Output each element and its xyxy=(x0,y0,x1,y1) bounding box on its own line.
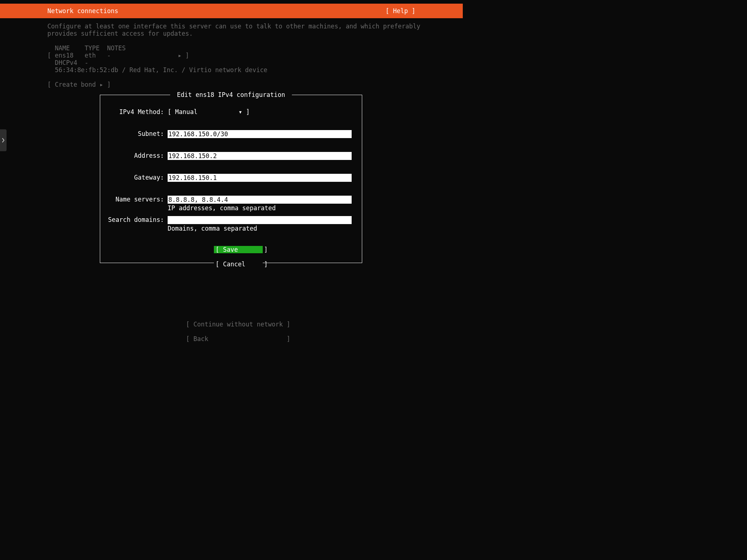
gateway-input[interactable] xyxy=(168,174,352,182)
footer-buttons: [ Continue without network ] [ Back ] xyxy=(0,313,463,342)
address-label: Address: xyxy=(107,152,168,159)
intro-text: Configure at least one interface this se… xyxy=(47,23,419,37)
interface-dhcp-status: DHCPv4 - xyxy=(47,59,89,66)
dialog-title: Edit ens18 IPv4 configuration xyxy=(170,91,292,98)
ipv4-method-select[interactable]: [ Manual ▾ ] xyxy=(168,108,250,115)
method-row: IPv4 Method: [ Manual ▾ ] xyxy=(107,108,355,115)
subnet-label: Subnet: xyxy=(107,130,168,137)
search-label: Search domains: xyxy=(107,216,168,223)
gateway-label: Gateway: xyxy=(107,174,168,181)
address-input[interactable] xyxy=(168,152,352,160)
interface-mac-info: 56:34:8e:fb:52:db / Red Hat, Inc. / Virt… xyxy=(47,66,267,74)
search-domains-hint: Domains, comma separated xyxy=(168,225,355,232)
search-row: Search domains: Domains, comma separated xyxy=(107,216,355,232)
back-button[interactable]: [ Back ] xyxy=(186,335,284,342)
interface-list: NAME TYPE NOTES [ ens18 eth - ▸ ] DHCPv4… xyxy=(47,44,267,74)
address-row: Address: xyxy=(107,152,355,160)
gateway-row: Gateway: xyxy=(107,174,355,182)
interface-row-ens18[interactable]: [ ens18 eth - ▸ ] xyxy=(47,52,189,59)
subnet-row: Subnet: xyxy=(107,130,355,138)
nameservers-hint: IP addresses, comma separated xyxy=(168,204,355,212)
cancel-button[interactable]: [ Cancel ] xyxy=(214,261,263,268)
create-bond-button[interactable]: [ Create bond ▸ ] xyxy=(47,81,111,88)
help-button[interactable]: [ Help ] xyxy=(386,7,415,15)
search-domains-input[interactable] xyxy=(168,216,352,224)
save-button[interactable]: [ Save ] xyxy=(214,246,263,253)
page-title: Network connections xyxy=(47,7,118,15)
side-drawer-handle[interactable] xyxy=(0,129,7,151)
method-label: IPv4 Method: xyxy=(107,108,168,115)
continue-without-network-button[interactable]: [ Continue without network ] xyxy=(186,321,284,328)
dns-row: Name servers: IP addresses, comma separa… xyxy=(107,196,355,212)
nameservers-input[interactable] xyxy=(168,196,352,204)
chevron-right-icon xyxy=(2,138,5,142)
dns-label: Name servers: xyxy=(107,196,168,203)
edit-ipv4-dialog: Edit ens18 IPv4 configuration IPv4 Metho… xyxy=(100,95,362,263)
interface-headers: NAME TYPE NOTES xyxy=(47,44,126,52)
dialog-buttons: [ Save ] [ Cancel ] xyxy=(100,239,362,275)
subnet-input[interactable] xyxy=(168,130,352,138)
title-bar: Network connections [ Help ] xyxy=(0,4,463,18)
